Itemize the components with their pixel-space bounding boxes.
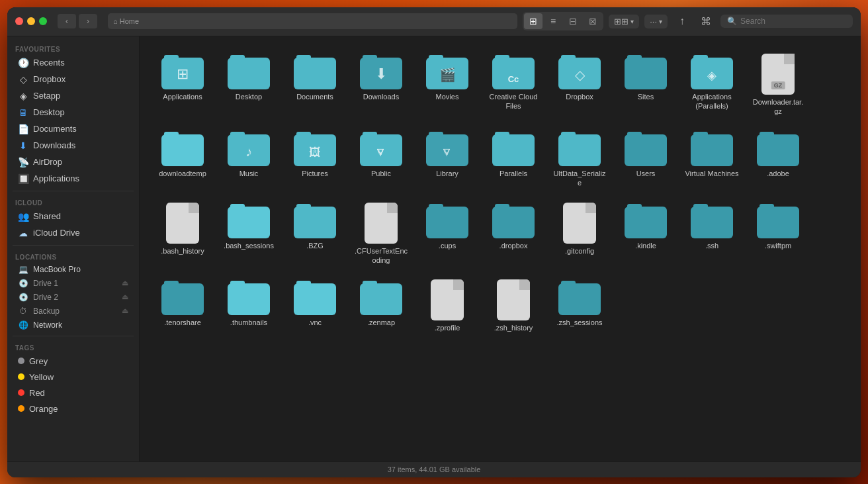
list-item[interactable]: downloadtemp (153, 126, 212, 192)
list-item[interactable]: ⛛ Library (417, 126, 477, 192)
list-item[interactable]: GZ Downloader.tar.gz (748, 50, 808, 121)
file-name: .swiftpm (765, 241, 791, 250)
sidebar-item-network[interactable]: 🌐 Network (10, 318, 136, 332)
dropbox-icon: ◇ (18, 74, 28, 85)
sidebar-item-icloud-drive[interactable]: ☁ iCloud Drive (10, 225, 136, 241)
list-item[interactable]: .dropbox (484, 199, 543, 269)
file-name: .tenorshare (164, 318, 201, 327)
sidebar-item-tag-red[interactable]: Red (10, 385, 136, 401)
status-text: 37 items, 44.01 GB available (388, 465, 481, 473)
sidebar-item-tag-orange[interactable]: Orange (10, 401, 136, 416)
sidebar-item-loc3[interactable]: ⏱ Backup ⏏ (10, 305, 136, 318)
group-button[interactable]: ⊞⊞ ▾ (609, 15, 639, 28)
list-item[interactable]: ⊞ Applications (153, 50, 212, 121)
list-item[interactable]: ♪ Music (219, 126, 279, 192)
sidebar-item-airdrop[interactable]: 📡 AirDrop (10, 154, 136, 170)
sidebar-item-tag-yellow[interactable]: Yellow (10, 369, 136, 385)
sidebar-item-desktop[interactable]: 🖥 Desktop (10, 105, 136, 121)
list-item[interactable]: 🎬 Movies (417, 50, 477, 121)
list-item[interactable]: Users (616, 126, 675, 192)
sidebar-item-setapp[interactable]: ◈ Setapp (10, 88, 136, 104)
path-bar: ⌂ Home (108, 13, 517, 29)
file-name: Documents (296, 92, 333, 101)
sidebar-item-macbook[interactable]: 💻 MacBook Pro (10, 263, 136, 276)
sidebar-item-recents[interactable]: 🕐 Recents (10, 55, 136, 71)
eject-button-3[interactable]: ⏏ (122, 307, 128, 315)
sort-arrow: ▾ (659, 18, 662, 25)
sidebar-item-dropbox[interactable]: ◇ Dropbox (10, 72, 136, 87)
back-button[interactable]: ‹ (58, 14, 76, 28)
maximize-button[interactable] (39, 17, 47, 25)
list-item[interactable]: .adobe (748, 126, 808, 192)
list-item[interactable]: .zsh_sessions (550, 275, 609, 336)
list-item[interactable]: .zenmap (351, 275, 411, 336)
sidebar-item-downloads[interactable]: ⬇ Downloads (10, 138, 136, 154)
eject-button-1[interactable]: ⏏ (122, 279, 128, 287)
list-item[interactable]: Sites (616, 50, 675, 121)
tag-dot-grey (18, 358, 24, 364)
sort-button[interactable]: ··· ▾ (644, 15, 668, 28)
close-button[interactable] (15, 17, 23, 25)
search-box[interactable]: 🔍 (720, 15, 853, 28)
sidebar-item-shared[interactable]: 👥 Shared (10, 209, 136, 224)
tag-button[interactable]: ⌘ (697, 12, 715, 30)
sidebar-item-applications[interactable]: 🔲 Applications (10, 171, 136, 187)
share-button[interactable]: ↑ (673, 12, 691, 30)
list-item[interactable]: .swiftpm (748, 199, 808, 269)
list-item[interactable]: .tenorshare (153, 275, 212, 336)
desktop-icon: 🖥 (18, 107, 28, 118)
forward-button[interactable]: › (79, 14, 97, 28)
main-content: ⊞ Applications Desktop (140, 36, 861, 461)
locations-label: Locations (7, 250, 139, 262)
list-item[interactable]: .bash_history (153, 199, 212, 269)
list-view-button[interactable]: ≡ (544, 13, 562, 29)
sidebar-item-tag-grey[interactable]: Grey (10, 354, 136, 369)
file-name: Sites (638, 92, 654, 101)
file-name: Creative Cloud Files (486, 92, 541, 111)
sidebar-item-label: Recents (33, 58, 65, 68)
list-item[interactable]: ◇ Dropbox (550, 50, 609, 121)
list-item[interactable]: ◈ Applications (Parallels) (682, 50, 742, 121)
list-item[interactable]: .kindle (616, 199, 675, 269)
search-input[interactable] (740, 17, 846, 26)
column-view-button[interactable]: ⊟ (564, 13, 582, 29)
list-item[interactable]: .CFUserTextEncoding (351, 199, 411, 269)
file-grid: ⊞ Applications Desktop (153, 50, 847, 337)
file-name: .zenmap (367, 318, 395, 327)
location-label: Backup (33, 307, 60, 316)
list-item[interactable]: ⬇ Downloads (351, 50, 411, 121)
list-item[interactable]: .cups (417, 199, 477, 269)
list-item[interactable]: ⛛ Public (351, 126, 411, 192)
gallery-view-button[interactable]: ⊠ (584, 13, 602, 29)
list-item[interactable]: Parallels (484, 126, 543, 192)
list-item[interactable]: UltData_Serialize (550, 126, 609, 192)
icon-view-button[interactable]: ⊞ (524, 13, 542, 29)
list-item[interactable]: .thumbnails (219, 275, 279, 336)
list-item[interactable]: .zprofile (417, 275, 477, 336)
list-item[interactable]: .zsh_history (484, 275, 543, 336)
sidebar-item-label: Dropbox (33, 74, 65, 84)
file-name: Movies (436, 92, 459, 101)
list-item[interactable]: .bash_sessions (219, 199, 279, 269)
list-item[interactable]: .BZG (285, 199, 345, 269)
list-item[interactable]: .gitconfig (550, 199, 609, 269)
sidebar-item-documents[interactable]: 📄 Documents (10, 121, 136, 137)
list-item[interactable]: Cc Creative Cloud Files (484, 50, 543, 121)
list-item[interactable]: Virtual Machines (682, 126, 742, 192)
list-item[interactable]: .vnc (285, 275, 345, 336)
sidebar-item-label: Setapp (33, 91, 60, 101)
file-name: UltData_Serialize (552, 169, 607, 188)
documents-icon: 📄 (18, 124, 28, 134)
list-item[interactable]: 🖼 Pictures (285, 126, 345, 192)
list-item[interactable]: Documents (285, 50, 345, 121)
list-item[interactable]: .ssh (682, 199, 742, 269)
sidebar-item-loc1[interactable]: 💿 Drive 1 ⏏ (10, 277, 136, 290)
sidebar-item-label: AirDrop (33, 157, 62, 167)
tag-label: Red (29, 388, 45, 398)
loc3-icon: ⏱ (18, 307, 28, 316)
file-name: .gitconfig (565, 246, 594, 256)
sidebar-item-loc2[interactable]: 💿 Drive 2 ⏏ (10, 291, 136, 304)
list-item[interactable]: Desktop (219, 50, 279, 121)
minimize-button[interactable] (27, 17, 35, 25)
eject-button-2[interactable]: ⏏ (122, 293, 128, 301)
